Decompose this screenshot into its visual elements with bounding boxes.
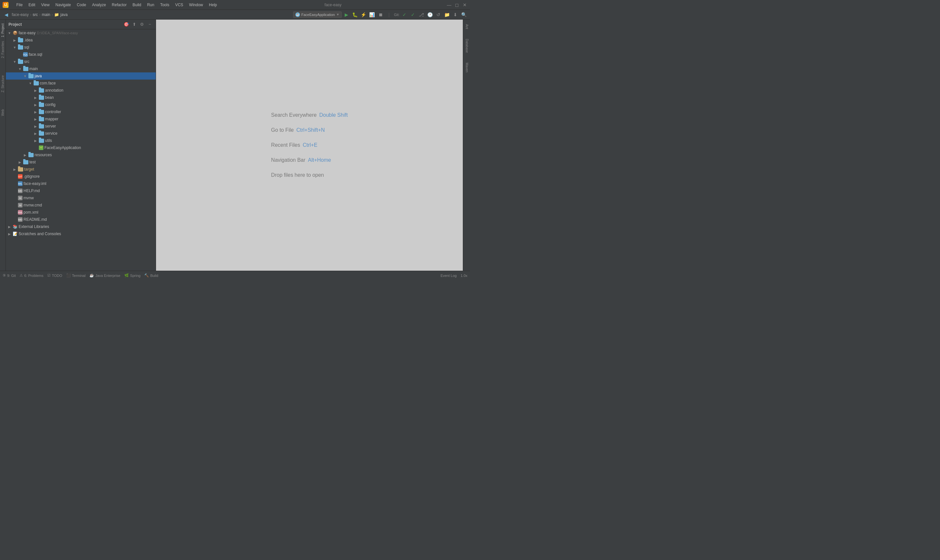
profile-button[interactable]: 📊	[368, 11, 376, 18]
git-folder[interactable]: 📁	[443, 11, 450, 18]
git-undo[interactable]: ↺	[435, 11, 442, 18]
tree-item-scratches-and-consoles[interactable]: 📝Scratches and Consoles	[6, 230, 156, 237]
git-status-icon: ⑨	[3, 273, 6, 278]
coverage-button[interactable]: ⚡	[360, 11, 367, 18]
window-title: face-easy	[324, 3, 341, 7]
folder-icon	[23, 160, 28, 165]
project-tab[interactable]: 1: Project	[0, 22, 5, 38]
panel-collapse-button[interactable]: ⬆	[131, 21, 137, 28]
tree-item-java[interactable]: java	[6, 72, 156, 80]
menu-refactor[interactable]: Refactor	[109, 2, 129, 8]
tree-item-resources[interactable]: resources	[6, 151, 156, 158]
tree-item-controller[interactable]: controller	[6, 108, 156, 115]
tree-item-idea[interactable]: .idea	[6, 37, 156, 44]
tree-item-label: face-easy.iml	[23, 182, 46, 186]
database-tab[interactable]: Database	[464, 37, 470, 55]
maximize-button[interactable]: ◻	[455, 2, 459, 8]
tree-item-help-md[interactable]: MDHELP.md	[6, 187, 156, 194]
project-panel: Project 🎯 ⬆ ⚙ − 📦face-easyD:\IDEA_SPAN\f…	[6, 20, 156, 271]
git-status[interactable]: ⑨ 9: Git	[3, 273, 16, 278]
left-side-panel: 1: Project 2: Favorites Z: Structure Web	[0, 20, 6, 271]
folder-icon	[28, 74, 34, 78]
tree-item-external-libraries[interactable]: 📚External Libraries	[6, 223, 156, 230]
tree-item-readme-md[interactable]: MDREADME.md	[6, 216, 156, 223]
project-icon: 📦	[13, 31, 18, 35]
tree-item-server[interactable]: server	[6, 123, 156, 130]
tree-arrow	[18, 66, 22, 71]
tree-arrow	[12, 217, 17, 222]
back-button[interactable]: ◀	[3, 11, 10, 18]
tree-item-mvnw[interactable]: Mmvnw	[6, 194, 156, 202]
tree-item-service[interactable]: service	[6, 130, 156, 137]
tree-item-config[interactable]: config	[6, 101, 156, 108]
tree-item-bean[interactable]: bean	[6, 94, 156, 101]
git-branch[interactable]: ⎇	[418, 11, 425, 18]
spring-status[interactable]: 🌿 Spring	[124, 273, 141, 278]
tree-item-annotation[interactable]: annotation	[6, 87, 156, 94]
minimize-button[interactable]: —	[447, 2, 452, 8]
run-config-selector[interactable]: ☕ FaceEasyApplication ▼	[293, 11, 342, 18]
tree-item-pom-xml[interactable]: XMLpom.xml	[6, 209, 156, 216]
maven-tab[interactable]: Maven	[464, 61, 470, 74]
menu-vcs[interactable]: VCS	[173, 2, 186, 8]
tree-item-face-easy[interactable]: 📦face-easyD:\IDEA_SPAN\face-easy	[6, 29, 156, 37]
panel-settings-button[interactable]: ⚙	[139, 21, 145, 28]
tree-item--gitignore[interactable]: GIT.gitignore	[6, 173, 156, 180]
terminal-status[interactable]: ⬛ Terminal	[66, 273, 86, 278]
java-enterprise-status[interactable]: ☕ Java Enterprise	[89, 273, 120, 278]
tree-item-face-sql[interactable]: SQLface.sql	[6, 51, 156, 58]
tree-item-mvnw-cmd[interactable]: Mmvnw.cmd	[6, 202, 156, 209]
menu-view[interactable]: View	[39, 2, 52, 8]
structure-tab[interactable]: Z: Structure	[0, 74, 5, 94]
ant-tab[interactable]: Ant	[464, 22, 470, 31]
tree-item-sql[interactable]: sql	[6, 44, 156, 51]
debug-button[interactable]: 🐛	[351, 11, 359, 18]
tree-arrow	[33, 95, 38, 100]
tree-item-faceeasyapplication[interactable]: 🌱FaceEasyApplication	[6, 144, 156, 151]
search-button[interactable]: 🔍	[460, 11, 467, 18]
tree-item-label: face.sql	[29, 52, 42, 57]
tree-item-face-easy-iml[interactable]: IMLface-easy.iml	[6, 180, 156, 187]
menu-code[interactable]: Code	[74, 2, 89, 8]
menu-analyze[interactable]: Analyze	[89, 2, 109, 8]
favorites-tab[interactable]: 2: Favorites	[0, 40, 5, 59]
git-download[interactable]: ⬇	[452, 11, 459, 18]
breadcrumb-java[interactable]: java	[60, 12, 68, 17]
menu-navigate[interactable]: Navigate	[53, 2, 74, 8]
tree-item-main[interactable]: main	[6, 65, 156, 72]
menu-file[interactable]: File	[14, 2, 25, 8]
run-button[interactable]: ▶	[343, 11, 350, 18]
breadcrumb-src[interactable]: src	[32, 12, 38, 17]
todo-status[interactable]: ☑ TODO	[47, 273, 62, 278]
tree-item-label: server	[45, 124, 56, 129]
folder-icon	[39, 110, 44, 114]
build-status[interactable]: 🔨 Build	[144, 273, 158, 278]
breadcrumb-main[interactable]: main	[42, 12, 50, 17]
menu-help[interactable]: Help	[206, 2, 220, 8]
git-check2[interactable]: ✓	[409, 11, 416, 18]
tree-item-test[interactable]: test	[6, 158, 156, 166]
stop-button[interactable]: ⏹	[377, 11, 384, 18]
event-log[interactable]: Event Log	[441, 274, 457, 278]
problems-status[interactable]: ⚠ 6: Problems	[20, 273, 43, 278]
tree-item-utils[interactable]: utils	[6, 137, 156, 144]
menu-edit[interactable]: Edit	[26, 2, 38, 8]
web-tab[interactable]: Web	[0, 108, 5, 117]
tree-item-target[interactable]: target	[6, 166, 156, 173]
menu-run[interactable]: Run	[145, 2, 157, 8]
menu-window[interactable]: Window	[186, 2, 206, 8]
tree-item-label: controller	[45, 109, 61, 114]
panel-close-button[interactable]: −	[146, 21, 153, 28]
folder-icon	[18, 38, 23, 42]
menu-build[interactable]: Build	[130, 2, 144, 8]
panel-location-button[interactable]: 🎯	[123, 21, 129, 28]
tree-item-mapper[interactable]: mapper	[6, 115, 156, 123]
tree-item-com-face[interactable]: com.face	[6, 80, 156, 87]
tree-item-src[interactable]: src	[6, 58, 156, 65]
close-button[interactable]: ✕	[462, 2, 467, 8]
problems-label: 6: Problems	[24, 274, 43, 278]
menu-tools[interactable]: Tools	[158, 2, 172, 8]
git-check1[interactable]: ✓	[401, 11, 408, 18]
tree-arrow	[33, 117, 38, 122]
git-clock[interactable]: 🕐	[426, 11, 433, 18]
